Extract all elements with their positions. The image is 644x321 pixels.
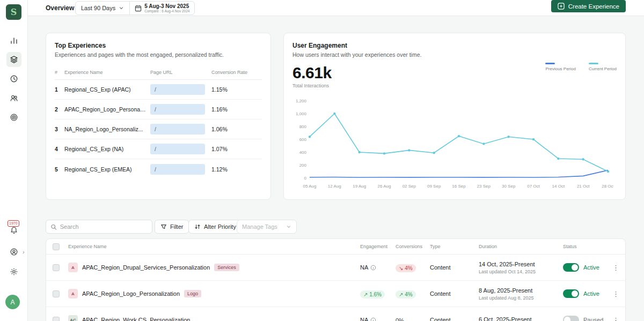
duration-updated: Last updated Oct 14, 2025 [479, 269, 563, 274]
topbar: Overview Last 90 Days 5 Aug-3 Nov 2025 C… [28, 0, 644, 16]
svg-text:0: 0 [304, 176, 307, 181]
row-experience-name: Regional_CS_Exp (APAC) [64, 86, 150, 93]
expand-sidebar-chevron-icon[interactable]: › [23, 249, 25, 255]
date-range-preset-button[interactable]: Last 90 Days [76, 2, 130, 14]
engagement-title: User Engagement [292, 42, 617, 49]
status-toggle[interactable] [563, 263, 579, 272]
page-url-pill[interactable]: / [150, 84, 205, 95]
experience-table-card: Experience Name Engagement Conversions T… [46, 238, 626, 321]
table-row[interactable]: A APAC_Region_Logo_Personalization Logo … [46, 281, 625, 307]
svg-text:600: 600 [299, 137, 307, 142]
top-experiences-header-row: # Experience Name Page URL Conversion Ra… [55, 70, 262, 80]
experience-name[interactable]: APAC_Region_Drupal_Services_Personalizat… [82, 264, 210, 271]
app-logo[interactable]: S [6, 4, 21, 20]
plus-square-icon [558, 3, 565, 10]
search-input[interactable] [60, 223, 148, 230]
duration-range: 6 Oct, 2025-Present [479, 316, 563, 321]
experience-name[interactable]: APAC_Region_Work CS_Personalization [82, 317, 190, 321]
engagement-subtitle: How users interact with your experiences… [292, 51, 617, 58]
page-url-pill[interactable]: / [150, 104, 205, 115]
svg-text:07 Oct: 07 Oct [527, 184, 540, 189]
duration-range: 8 Aug, 2025-Present [479, 287, 563, 294]
user-avatar[interactable]: A [5, 295, 20, 309]
filter-button[interactable]: Filter [155, 220, 189, 234]
row-checkbox[interactable] [53, 317, 60, 321]
row-rank: 3 [55, 126, 64, 132]
duration-range: 14 Oct, 2025-Present [479, 261, 563, 267]
type-value: Content [430, 290, 479, 297]
status-toggle[interactable] [563, 316, 579, 321]
col-type: Type [430, 244, 479, 249]
col-conversion-rate: Conversion Rate [211, 70, 262, 75]
legend-previous-period[interactable]: Previous Period [545, 63, 575, 71]
support-icon[interactable] [6, 244, 21, 259]
row-avatar: AC [68, 315, 78, 321]
svg-text:1,000: 1,000 [296, 111, 307, 116]
audiences-icon[interactable] [6, 91, 21, 106]
history-icon[interactable] [6, 71, 21, 86]
select-all-checkbox[interactable] [53, 243, 60, 250]
info-icon[interactable] [370, 265, 376, 271]
page-url-pill[interactable]: / [150, 144, 205, 154]
row-menu-kebab-icon[interactable]: ⋮ [606, 316, 625, 321]
row-menu-kebab-icon[interactable]: ⋮ [606, 264, 625, 272]
tag-badge: Services [214, 264, 239, 271]
tab-overview[interactable]: Overview [46, 4, 74, 12]
table-row[interactable]: 5 Regional_CS_Exp (EMEA) / 1.12% [55, 159, 262, 179]
legend-dash-current [589, 63, 598, 64]
svg-text:28 Oct: 28 Oct [602, 184, 613, 189]
row-rank: 2 [55, 106, 64, 113]
col-experience-name: Experience Name [64, 70, 150, 75]
svg-text:26 Aug: 26 Aug [378, 184, 391, 189]
alter-priority-button[interactable]: Alter Priority [188, 220, 242, 234]
svg-text:16 Sep: 16 Sep [452, 184, 466, 189]
date-range-value: 5 Aug-3 Nov 2025 [144, 3, 189, 9]
goals-icon[interactable] [6, 110, 21, 125]
main-content: Top Experiences Experiences and pages wi… [28, 16, 644, 321]
svg-text:09 Sep: 09 Sep [427, 184, 441, 189]
table-row[interactable]: 2 APAC_Region_Logo_Personali... / 1.16% [55, 100, 262, 120]
page-url-pill[interactable]: / [150, 164, 205, 175]
svg-text:05 Aug: 05 Aug [303, 184, 317, 189]
row-checkbox[interactable] [53, 290, 60, 297]
col-engagement: Engagement [360, 244, 396, 249]
col-status: Status [563, 244, 606, 249]
info-icon[interactable] [370, 317, 376, 321]
svg-text:12 Aug: 12 Aug [328, 184, 341, 189]
experiences-icon[interactable] [6, 52, 21, 67]
settings-gear-icon[interactable] [6, 264, 21, 279]
logo-glyph: S [11, 7, 17, 17]
table-row[interactable]: A APAC_Region_Drupal_Services_Personaliz… [46, 255, 625, 281]
create-experience-button[interactable]: Create Experience [551, 0, 626, 12]
conversions-value: ↘ 4% [396, 264, 416, 272]
status-toggle[interactable] [563, 289, 579, 298]
analytics-icon[interactable] [6, 33, 21, 48]
sidebar: S 1970 › A [0, 0, 28, 321]
table-row[interactable]: 1 Regional_CS_Exp (APAC) / 1.15% [55, 80, 262, 100]
date-compare-value: Compare : 6 Aug-4 Nov 2024 [144, 9, 189, 13]
legend-current-period[interactable]: Current Period [589, 63, 617, 71]
table-row[interactable]: AC APAC_Region_Work CS_Personalization N… [46, 307, 625, 321]
notifications-icon[interactable]: 1970 [6, 223, 21, 238]
engagement-chart[interactable]: 02004006008001,0001,20005 Aug12 Aug19 Au… [288, 96, 613, 192]
top-experiences-card: Top Experiences Experiences and pages wi… [46, 33, 271, 200]
svg-text:800: 800 [299, 124, 307, 129]
engagement-chart-wrap: 02004006008001,0001,20005 Aug12 Aug19 Au… [288, 96, 613, 192]
row-checkbox[interactable] [53, 264, 60, 271]
manage-tags-label: Manage Tags [242, 223, 277, 230]
row-avatar: A [68, 263, 78, 272]
manage-tags-select[interactable]: Manage Tags [237, 220, 297, 234]
svg-text:14 Oct: 14 Oct [552, 184, 565, 189]
page-url-pill[interactable]: / [150, 124, 205, 135]
row-conversion-rate: 1.07% [211, 146, 262, 152]
total-interactions-label: Total Interactions [292, 83, 617, 88]
duration-updated: Last updated Aug 8, 2025 [479, 295, 563, 301]
top-experiences-title: Top Experiences [55, 42, 262, 49]
filter-label: Filter [170, 223, 183, 230]
row-experience-name: NA_Region_Logo_Personaliz... [64, 126, 150, 132]
experience-name[interactable]: APAC_Region_Logo_Personalization [82, 290, 180, 297]
date-range-display[interactable]: 5 Aug-3 Nov 2025 Compare : 6 Aug-4 Nov 2… [130, 2, 194, 14]
row-menu-kebab-icon[interactable]: ⋮ [606, 290, 625, 298]
table-row[interactable]: 3 NA_Region_Logo_Personaliz... / 1.06% [55, 120, 262, 139]
table-row[interactable]: 4 Regional_CS_Exp (NA) / 1.07% [55, 139, 262, 159]
